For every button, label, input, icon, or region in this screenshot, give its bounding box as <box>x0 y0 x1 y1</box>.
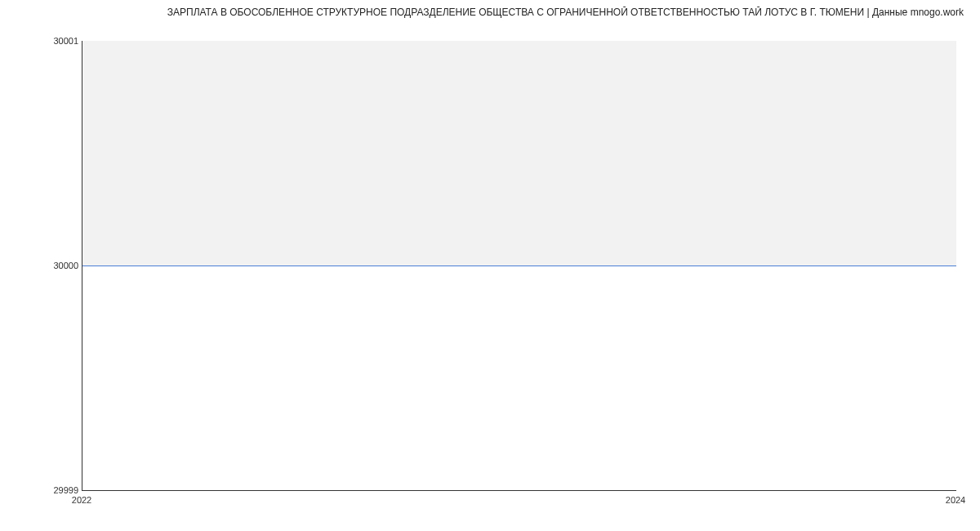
y-tick-label: 29999 <box>5 485 78 495</box>
data-line <box>82 266 956 266</box>
x-tick-label: 2024 <box>946 495 965 505</box>
chart-title: ЗАРПЛАТА В ОБОСОБЛЕННОЕ СТРУКТУРНОЕ ПОДР… <box>16 7 964 18</box>
y-tick-label: 30000 <box>5 261 78 270</box>
x-tick-label: 2022 <box>72 495 91 505</box>
area-fill <box>82 41 956 266</box>
chart-container: ЗАРПЛАТА В ОБОСОБЛЕННОЕ СТРУКТУРНОЕ ПОДР… <box>0 0 980 531</box>
y-tick-label: 30001 <box>5 36 78 46</box>
plot-area <box>82 41 956 491</box>
